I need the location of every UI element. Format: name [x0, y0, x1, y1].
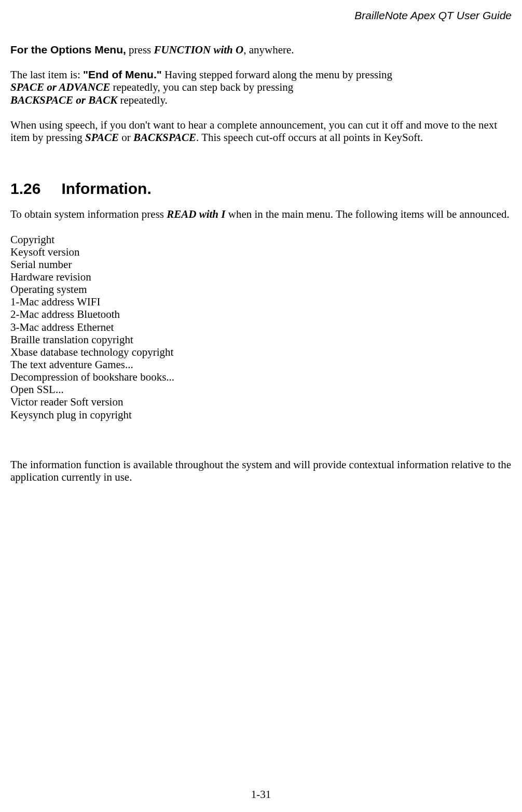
list-item: Braille translation copyright	[10, 333, 512, 346]
list-item: Open SSL...	[10, 383, 512, 396]
list-item: 1-Mac address WIFI	[10, 296, 512, 308]
list-item: Serial number	[10, 258, 512, 271]
running-header: BrailleNote Apex QT User Guide	[10, 9, 512, 22]
list-item: 2-Mac address Bluetooth	[10, 308, 512, 320]
page-number: 1-31	[251, 788, 271, 801]
list-item: Decompression of bookshare books...	[10, 371, 512, 383]
section-title: Information.	[61, 180, 151, 197]
text: press	[126, 44, 154, 56]
list-item: Keysynch plug in copyright	[10, 409, 512, 421]
list-item: The text adventure Games...	[10, 358, 512, 371]
list-item: Victor reader Soft version	[10, 396, 512, 408]
speech-cutoff-paragraph: When using speech, if you don't want to …	[10, 119, 512, 144]
page-footer: 1-31	[0, 788, 522, 801]
backspace-or-back: BACKSPACE or BACK	[10, 94, 117, 106]
text: , anywhere.	[243, 44, 294, 56]
running-title-text: BrailleNote Apex QT User Guide	[354, 9, 512, 21]
read-with-i: READ with I	[167, 208, 225, 220]
end-of-menu-paragraph: The last item is: "End of Menu." Having …	[10, 68, 512, 106]
list-item: 3-Mac address Ethernet	[10, 321, 512, 333]
spacer	[10, 433, 512, 458]
section-number: 1.26	[10, 180, 40, 198]
options-menu-paragraph: For the Options Menu, press FUNCTION wit…	[10, 44, 512, 56]
text: when in the main menu. The following ite…	[225, 208, 509, 220]
list-item: Xbase database technology copyright	[10, 346, 512, 358]
page: BrailleNote Apex QT User Guide For the O…	[0, 0, 522, 812]
text: repeatedly, you can step back by pressin…	[110, 81, 293, 93]
text: repeatedly.	[117, 94, 168, 106]
text: Having stepped forward along the menu by…	[162, 68, 392, 81]
section-heading: 1.26Information.	[10, 180, 512, 198]
end-of-menu-label: "End of Menu."	[83, 68, 162, 80]
function-with-o: FUNCTION with O	[154, 44, 244, 56]
text: . This speech cut-off occurs at all poin…	[196, 131, 423, 144]
text: or	[119, 131, 133, 144]
options-menu-label: For the Options Menu,	[10, 44, 126, 55]
text: The last item is:	[10, 68, 83, 81]
backspace-key: BACKSPACE	[133, 131, 196, 144]
list-item: Hardware revision	[10, 271, 512, 283]
information-items-list: Copyright Keysoft version Serial number …	[10, 233, 512, 421]
list-item: Copyright	[10, 233, 512, 246]
list-item: Keysoft version	[10, 246, 512, 258]
contextual-info-paragraph: The information function is available th…	[10, 458, 512, 483]
list-item: Operating system	[10, 283, 512, 296]
space-or-advance: SPACE or ADVANCE	[10, 81, 110, 93]
information-intro-paragraph: To obtain system information press READ …	[10, 208, 512, 220]
text: The information function is available th…	[10, 458, 511, 483]
space-key: SPACE	[85, 131, 119, 144]
text: To obtain system information press	[10, 208, 167, 220]
